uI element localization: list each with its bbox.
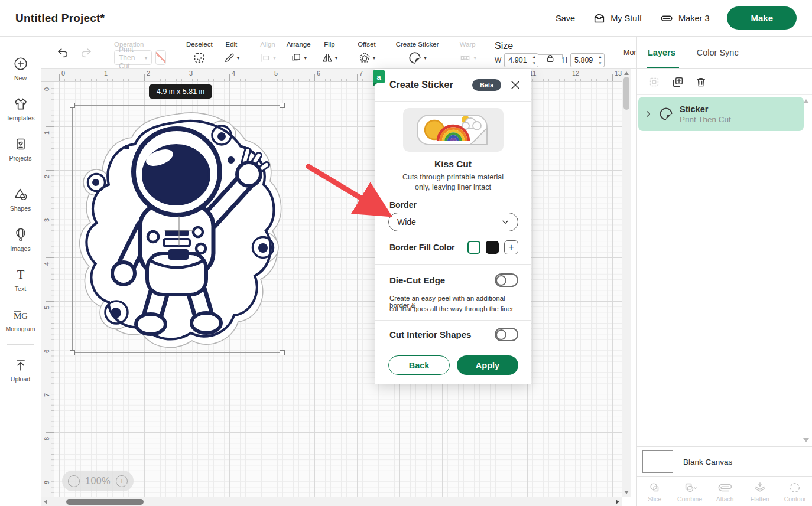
delete-button[interactable]: [695, 76, 707, 89]
fill-color-white-swatch[interactable]: [467, 241, 480, 254]
sidebar-item-upload[interactable]: Upload: [0, 350, 41, 390]
sidebar-divider: [7, 174, 34, 174]
die-cut-edge-toggle[interactable]: [495, 273, 518, 287]
selection-handle[interactable]: [70, 350, 75, 355]
selection-handle[interactable]: [70, 103, 75, 108]
flip-button[interactable]: Flip ▾: [316, 37, 343, 68]
svg-text:T: T: [17, 267, 24, 280]
ruler-number: 6: [317, 70, 320, 77]
flatten-button[interactable]: Flatten: [742, 477, 777, 506]
canvas-vertical-scrollbar[interactable]: [622, 69, 631, 497]
arrange-button[interactable]: Arrange ▾: [281, 37, 316, 68]
cut-interior-shapes-toggle[interactable]: [495, 328, 518, 341]
border-dropdown[interactable]: Wide: [388, 213, 518, 231]
selection-handle[interactable]: [280, 103, 285, 108]
vertical-scroll-thumb[interactable]: [623, 77, 629, 110]
ruler-number: 2: [43, 172, 50, 181]
selection-handle[interactable]: [280, 350, 285, 355]
zoom-in-button[interactable]: +: [116, 475, 128, 487]
height-input[interactable]: 5.809 ▲▼: [570, 53, 605, 67]
balloon-icon: [14, 227, 28, 242]
shapes-icon: [13, 187, 28, 202]
offset-button[interactable]: Offset ▾: [352, 37, 381, 68]
sidebar-item-projects[interactable]: Projects: [0, 129, 41, 169]
upload-icon: [13, 357, 28, 373]
deselect-button[interactable]: Deselect: [181, 37, 218, 68]
duplicate-button[interactable]: [671, 76, 684, 89]
border-fill-color-label: Border Fill Color: [389, 243, 454, 252]
ruler-number: 0: [61, 70, 65, 77]
cut-interior-shapes-label: Cut Interior Shapes: [389, 329, 471, 339]
tab-color-sync[interactable]: Color Sync: [697, 37, 739, 68]
group-button[interactable]: [648, 76, 661, 89]
design-canvas[interactable]: 012345678910111213 0123456789: [41, 69, 636, 506]
canvas-horizontal-scrollbar[interactable]: [41, 497, 622, 506]
flip-icon: [321, 52, 333, 64]
scroll-up-arrow[interactable]: [624, 71, 629, 75]
astronaut-sticker-art[interactable]: [73, 106, 283, 354]
ruler-number: 5: [43, 303, 50, 312]
horizontal-scroll-thumb[interactable]: [66, 499, 144, 505]
layers-scroll-up[interactable]: [803, 99, 809, 103]
ruler-number: 5: [274, 70, 278, 77]
zoom-out-button[interactable]: −: [68, 475, 80, 487]
operation-dropdown[interactable]: Print Then Cut▾: [114, 50, 152, 65]
border-label: Border: [389, 200, 417, 210]
selection-box[interactable]: [72, 105, 282, 353]
layer-row-sticker[interactable]: Sticker Print Then Cut: [638, 97, 804, 131]
make-button[interactable]: Make: [727, 6, 797, 30]
pencil-icon: [223, 52, 235, 64]
size-tooltip: 4.9 in x 5.81 in: [149, 84, 212, 99]
blank-canvas-swatch[interactable]: [642, 450, 673, 473]
right-panel: Layers Color Sync Sticker Print Then Cut: [636, 37, 812, 506]
ruler-number: 1: [43, 129, 50, 137]
divider: [375, 264, 531, 265]
contour-button[interactable]: Contour: [778, 477, 812, 506]
align-button[interactable]: Align ▾: [254, 37, 281, 68]
warp-button[interactable]: Warp ▾: [453, 37, 482, 68]
attach-button[interactable]: Attach: [707, 477, 742, 506]
edit-button[interactable]: Edit ▾: [218, 37, 245, 68]
sidebar-item-templates[interactable]: Templates: [0, 89, 41, 129]
save-button[interactable]: Save: [556, 14, 575, 23]
duplicate-icon: [671, 76, 684, 89]
combine-button[interactable]: Combine: [672, 477, 707, 506]
chevron-right-icon[interactable]: [644, 110, 652, 118]
close-icon[interactable]: [509, 79, 521, 91]
create-sticker-button[interactable]: Create Sticker ▾: [391, 37, 444, 68]
operation-color-swatch[interactable]: [155, 50, 166, 65]
beta-flag-tag: a: [373, 70, 385, 83]
layers-scroll-down[interactable]: [803, 438, 809, 442]
ruler-number: 4: [43, 260, 50, 268]
inbox-icon: [593, 12, 606, 25]
scroll-down-arrow[interactable]: [624, 491, 629, 494]
sidebar-item-monogram[interactable]: MG Monogram: [0, 299, 41, 339]
fill-color-black-swatch[interactable]: [486, 241, 499, 254]
add-color-button[interactable]: +: [504, 240, 518, 254]
width-stepper[interactable]: ▲▼: [530, 54, 538, 67]
scroll-left-arrow[interactable]: [44, 500, 47, 504]
tab-layers[interactable]: Layers: [648, 37, 675, 68]
monogram-icon: MG: [12, 307, 30, 322]
sidebar-item-text[interactable]: T Text: [0, 259, 41, 299]
kiss-cut-preview: [403, 108, 504, 152]
size-lock-button[interactable]: [541, 53, 559, 67]
my-stuff-button[interactable]: My Stuff: [593, 12, 642, 25]
redo-button[interactable]: [79, 46, 93, 59]
width-input[interactable]: 4.901 ▲▼: [504, 53, 538, 67]
slice-button[interactable]: Slice: [637, 477, 672, 506]
top-bar: Untitled Project* Save My Stuff Maker 3 …: [0, 0, 812, 37]
app-window: Untitled Project* Save My Stuff Maker 3 …: [0, 0, 812, 506]
sidebar-item-new[interactable]: New: [0, 48, 41, 89]
scroll-right-arrow[interactable]: [616, 500, 619, 504]
height-stepper[interactable]: ▲▼: [596, 54, 604, 67]
sidebar-item-shapes[interactable]: Shapes: [0, 179, 41, 219]
project-card-icon: [14, 136, 28, 152]
back-button[interactable]: Back: [388, 355, 450, 375]
blank-canvas-row[interactable]: Blank Canvas: [637, 446, 812, 476]
undo-button[interactable]: [56, 46, 70, 59]
apply-button[interactable]: Apply: [457, 355, 518, 375]
machine-selector[interactable]: Maker 3: [660, 12, 709, 25]
sidebar-item-images[interactable]: Images: [0, 219, 41, 259]
ruler-number: 3: [43, 216, 50, 224]
